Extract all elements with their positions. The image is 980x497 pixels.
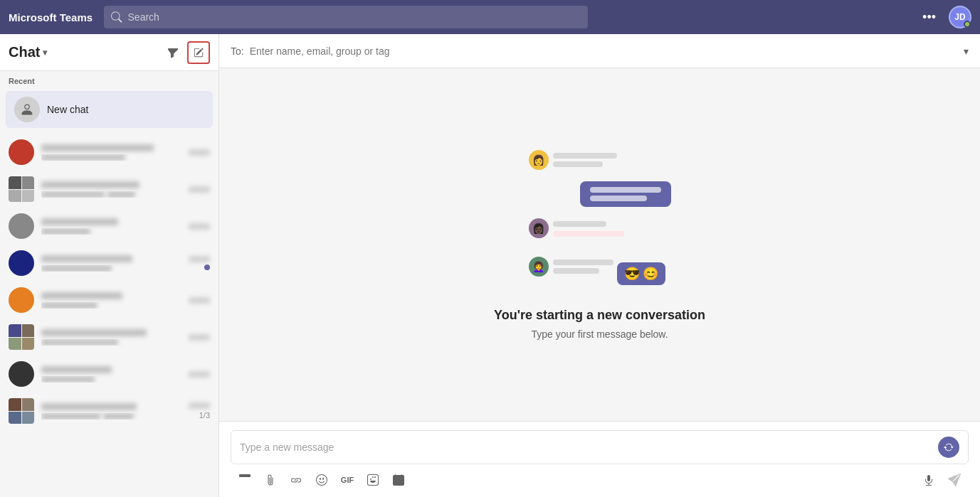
chat-info (41, 366, 181, 383)
chat-list-item[interactable]: 1/3 (0, 392, 218, 429)
attach-button[interactable] (259, 469, 282, 491)
to-label: To: (231, 46, 244, 57)
more-button[interactable]: ••• (917, 7, 942, 28)
avatar[interactable]: JD (949, 6, 971, 28)
chat-meta (189, 186, 210, 193)
link-icon (290, 474, 302, 486)
illus-avatar-1: 👩 (529, 150, 549, 170)
audio-button[interactable] (917, 469, 940, 491)
chat-meta: 1/3 (189, 402, 210, 419)
illus-reply-bubble (580, 181, 671, 207)
chat-avatar (9, 250, 34, 276)
avatar-status (964, 21, 971, 28)
new-chat-avatar (14, 97, 40, 122)
chat-list-item[interactable] (0, 356, 218, 392)
sidebar-title-text: Chat (9, 44, 40, 60)
new-chat-item[interactable]: New chat (6, 91, 213, 128)
chat-list-item[interactable] (0, 319, 218, 356)
chat-list-item[interactable] (0, 208, 218, 245)
illus-line (553, 260, 613, 265)
chat-preview (41, 302, 181, 309)
sidebar-title: Chat ▾ (9, 44, 159, 60)
new-chat-label: New chat (47, 104, 88, 115)
chat-list-item[interactable] (0, 134, 218, 171)
filter-icon (167, 47, 179, 58)
new-chat-compose-button[interactable] (187, 41, 210, 64)
sidebar-icons (162, 41, 210, 64)
attach-icon (265, 474, 276, 486)
topbar: Microsoft Teams ••• JD (0, 0, 980, 34)
microphone-icon (923, 474, 934, 486)
chat-preview (41, 154, 181, 161)
illus-line-react (553, 231, 624, 237)
chat-preview (41, 191, 181, 198)
compose-toolbar: GIF (231, 469, 969, 491)
link-button[interactable] (285, 469, 307, 491)
chat-list-item[interactable] (0, 245, 218, 282)
send-button[interactable] (943, 469, 966, 491)
chat-preview (41, 265, 181, 272)
chat-meta (189, 256, 210, 270)
chat-avatar-multi (9, 176, 34, 202)
chat-info (41, 144, 181, 161)
chat-list: 1/3 (0, 131, 218, 497)
to-input[interactable] (250, 46, 958, 57)
compose-area: GIF (219, 421, 980, 497)
emoji-icon (316, 474, 327, 486)
gif-label: GIF (341, 476, 354, 484)
recent-section-label: Recent (0, 71, 218, 88)
compose-input-row (231, 430, 969, 464)
chat-meta (189, 371, 210, 378)
format-icon (239, 474, 251, 486)
unread-badge (204, 264, 210, 270)
chat-avatar (9, 213, 34, 239)
illus-msg-2: 👩🏿 (529, 218, 624, 238)
conversation-title: You're starting a new conversation (494, 308, 705, 323)
illustration-container: 👩 👩🏿 (529, 150, 671, 285)
person-icon (20, 102, 34, 117)
illus-line (553, 268, 599, 274)
chat-info (41, 255, 181, 272)
main-layout: Chat ▾ Recent (0, 34, 980, 497)
emoji-cool: 😎 (624, 266, 640, 282)
chat-meta (189, 334, 210, 341)
chat-preview (41, 228, 181, 235)
chat-preview (41, 376, 181, 383)
chat-preview (41, 413, 181, 419)
filter-button[interactable] (162, 41, 184, 64)
format-button[interactable] (233, 469, 256, 491)
chat-list-item[interactable] (0, 282, 218, 319)
emoji-button[interactable] (310, 469, 333, 491)
search-input[interactable] (128, 11, 581, 23)
illus-emoji-bar: 😎 😊 (617, 262, 665, 285)
conversation-area: 👩 👩🏿 (219, 68, 980, 421)
message-loop-button[interactable] (938, 437, 959, 458)
search-bar[interactable] (104, 6, 588, 28)
schedule-button[interactable] (387, 469, 410, 491)
conversation-subtitle: Type your first message below. (531, 328, 668, 340)
chat-meta (189, 223, 210, 230)
chat-avatar-multi (9, 324, 34, 350)
to-chevron-icon[interactable]: ▾ (964, 46, 969, 57)
chat-info (41, 329, 181, 346)
sticker-button[interactable] (362, 469, 384, 491)
message-input[interactable] (240, 442, 932, 453)
emoji-happy: 😊 (643, 266, 658, 282)
illus-avatar-2: 👩🏿 (529, 218, 549, 238)
schedule-icon (393, 474, 404, 486)
chat-name (41, 144, 154, 151)
illus-lines-3 (553, 257, 613, 274)
sticker-icon (367, 474, 379, 486)
illus-line (553, 221, 606, 227)
chat-info (41, 181, 181, 198)
chat-avatar (9, 361, 34, 387)
chat-list-item[interactable] (0, 171, 218, 208)
chat-avatar (9, 287, 34, 313)
illus-msg-3: 👩‍🦱 (529, 257, 613, 277)
chat-info (41, 403, 181, 419)
illus-line (553, 161, 603, 167)
pagination-label: 1/3 (199, 411, 210, 419)
gif-button[interactable]: GIF (336, 469, 359, 491)
chat-preview (41, 339, 181, 346)
illus-reply-line (590, 196, 647, 201)
